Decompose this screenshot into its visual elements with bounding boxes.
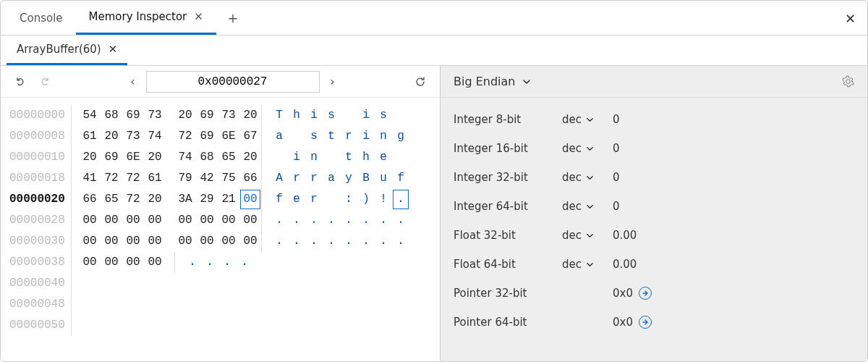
ascii-cell[interactable]: t: [340, 147, 357, 168]
ascii-cell[interactable]: a: [271, 126, 288, 147]
byte-cell[interactable]: 3A: [174, 189, 196, 210]
goto-pointer-button[interactable]: [639, 316, 652, 329]
endianness-select[interactable]: Big Endian: [454, 75, 531, 88]
byte-cell[interactable]: 72: [174, 126, 196, 147]
ascii-cell[interactable]: .: [340, 210, 357, 231]
byte-cell[interactable]: 00: [218, 231, 239, 252]
ascii-cell[interactable]: h: [288, 105, 305, 126]
ascii-cell[interactable]: .: [375, 210, 392, 231]
byte-cell[interactable]: 20: [101, 126, 122, 147]
byte-cell[interactable]: 00: [239, 210, 261, 231]
byte-cell[interactable]: 21: [218, 189, 239, 210]
ascii-cell[interactable]: :: [340, 189, 357, 210]
byte-cell[interactable]: 67: [239, 126, 261, 147]
ascii-cell[interactable]: t: [323, 126, 340, 147]
ascii-cell[interactable]: n: [375, 126, 392, 147]
ascii-cell[interactable]: g: [392, 126, 409, 147]
ascii-cell[interactable]: i: [357, 105, 375, 126]
refresh-button[interactable]: [411, 72, 430, 91]
ascii-cell[interactable]: .: [392, 210, 409, 231]
close-tab-icon[interactable]: ✕: [194, 10, 203, 23]
byte-cell[interactable]: 79: [174, 168, 196, 189]
buffer-tab[interactable]: ArrayBuffer(60) ✕: [7, 35, 127, 65]
byte-cell[interactable]: 00: [239, 231, 261, 252]
byte-cell[interactable]: 20: [239, 105, 261, 126]
byte-cell[interactable]: 72: [101, 168, 122, 189]
ascii-cell[interactable]: .: [392, 231, 409, 252]
byte-cell[interactable]: 65: [101, 189, 122, 210]
byte-cell[interactable]: 00: [144, 252, 166, 273]
ascii-cell[interactable]: B: [357, 168, 375, 189]
byte-cell[interactable]: 66: [79, 189, 101, 210]
ascii-cell[interactable]: .: [357, 210, 375, 231]
ascii-cell[interactable]: .: [288, 210, 305, 231]
ascii-cell[interactable]: r: [288, 168, 305, 189]
ascii-cell[interactable]: .: [305, 210, 323, 231]
ascii-cell[interactable]: i: [305, 105, 323, 126]
tab-console[interactable]: Console: [7, 1, 76, 35]
ascii-cell[interactable]: [323, 189, 340, 210]
byte-cell[interactable]: 75: [218, 168, 239, 189]
byte-cell[interactable]: 00: [79, 210, 101, 231]
ascii-cell[interactable]: e: [375, 147, 392, 168]
byte-cell[interactable]: 68: [196, 147, 218, 168]
byte-cell[interactable]: 69: [101, 147, 122, 168]
ascii-cell[interactable]: .: [323, 210, 340, 231]
ascii-cell[interactable]: s: [375, 105, 392, 126]
byte-cell[interactable]: 68: [101, 105, 122, 126]
byte-cell[interactable]: 00: [122, 252, 144, 273]
ascii-cell[interactable]: [271, 147, 288, 168]
ascii-cell[interactable]: .: [375, 231, 392, 252]
byte-cell[interactable]: 00: [218, 210, 239, 231]
byte-cell[interactable]: 61: [79, 126, 101, 147]
ascii-cell[interactable]: A: [271, 168, 288, 189]
ascii-cell[interactable]: .: [271, 210, 288, 231]
byte-cell[interactable]: 69: [196, 105, 218, 126]
byte-cell[interactable]: 73: [122, 126, 144, 147]
byte-cell[interactable]: 74: [144, 126, 166, 147]
ascii-cell[interactable]: T: [271, 105, 288, 126]
value-format-select[interactable]: dec: [562, 258, 613, 271]
value-format-select[interactable]: dec: [562, 200, 613, 213]
byte-cell[interactable]: 00: [79, 252, 101, 273]
ascii-cell[interactable]: .: [357, 231, 375, 252]
goto-pointer-button[interactable]: [639, 287, 652, 300]
ascii-cell[interactable]: ): [357, 189, 375, 210]
byte-cell[interactable]: 42: [196, 168, 218, 189]
next-address-button[interactable]: ›: [323, 75, 343, 88]
ascii-cell[interactable]: [323, 147, 340, 168]
byte-cell[interactable]: 00: [101, 210, 122, 231]
byte-cell[interactable]: 20: [144, 189, 166, 210]
byte-cell[interactable]: 72: [122, 168, 144, 189]
byte-cell[interactable]: 72: [122, 189, 144, 210]
byte-cell[interactable]: 6E: [218, 126, 239, 147]
ascii-cell[interactable]: r: [340, 126, 357, 147]
byte-cell[interactable]: 00: [174, 231, 196, 252]
tab-memory-inspector[interactable]: Memory Inspector ✕: [76, 1, 216, 35]
byte-cell[interactable]: 00: [101, 252, 122, 273]
ascii-cell[interactable]: .: [288, 231, 305, 252]
ascii-cell[interactable]: .: [201, 252, 218, 273]
ascii-cell[interactable]: .: [184, 252, 201, 273]
byte-cell[interactable]: 66: [239, 168, 261, 189]
value-format-select[interactable]: dec: [562, 113, 613, 126]
byte-cell[interactable]: 20: [144, 147, 166, 168]
ascii-cell[interactable]: .: [340, 231, 357, 252]
ascii-cell[interactable]: a: [323, 168, 340, 189]
byte-cell[interactable]: 6E: [122, 147, 144, 168]
byte-cell[interactable]: 65: [218, 147, 239, 168]
ascii-cell[interactable]: f: [392, 168, 409, 189]
byte-cell[interactable]: 20: [239, 147, 261, 168]
value-format-select[interactable]: dec: [562, 229, 613, 242]
byte-cell[interactable]: 00: [101, 231, 122, 252]
close-panel-button[interactable]: ✕: [845, 10, 856, 25]
byte-cell[interactable]: 00: [122, 210, 144, 231]
ascii-cell[interactable]: y: [340, 168, 357, 189]
byte-cell[interactable]: 00: [239, 189, 261, 210]
ascii-cell[interactable]: h: [357, 147, 375, 168]
ascii-cell[interactable]: [392, 147, 409, 168]
byte-cell[interactable]: 41: [79, 168, 101, 189]
ascii-cell[interactable]: n: [305, 147, 323, 168]
undo-button[interactable]: [11, 72, 30, 91]
byte-cell[interactable]: 00: [144, 231, 166, 252]
